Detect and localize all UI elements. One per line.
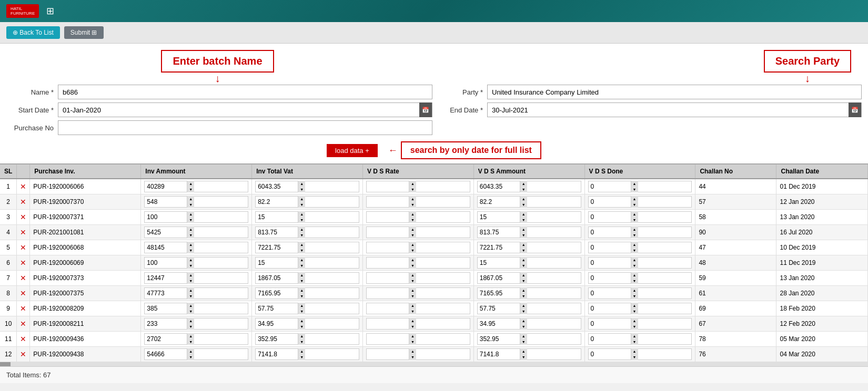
inv-total-vat-up[interactable]: ▲ xyxy=(298,196,305,202)
vds-rate-down[interactable]: ▼ xyxy=(409,217,416,223)
vds-amount-up[interactable]: ▲ xyxy=(520,257,527,263)
vds-amount-down[interactable]: ▼ xyxy=(520,248,527,253)
inv-amount-input[interactable] xyxy=(145,243,187,252)
delete-row-button[interactable]: ✕ xyxy=(20,182,26,191)
inv-total-vat-input[interactable] xyxy=(256,304,298,313)
vds-amount-input[interactable] xyxy=(478,243,520,252)
inv-total-vat-down[interactable]: ▼ xyxy=(298,354,305,360)
vds-done-down[interactable]: ▼ xyxy=(631,324,638,330)
vds-rate-down[interactable]: ▼ xyxy=(409,187,416,192)
vds-amount-down[interactable]: ▼ xyxy=(520,278,527,284)
vds-done-input[interactable] xyxy=(589,258,631,267)
inv-total-vat-down[interactable]: ▼ xyxy=(298,278,305,284)
inv-amount-input[interactable] xyxy=(145,228,187,237)
inv-total-vat-input[interactable] xyxy=(256,289,298,298)
vds-amount-up[interactable]: ▲ xyxy=(520,348,527,354)
vds-amount-down[interactable]: ▼ xyxy=(520,308,527,314)
vds-done-input[interactable] xyxy=(589,304,631,313)
inv-amount-down[interactable]: ▼ xyxy=(187,187,194,192)
end-date-input[interactable] xyxy=(488,104,849,116)
delete-row-button[interactable]: ✕ xyxy=(20,228,26,236)
vds-done-input[interactable] xyxy=(589,182,631,191)
inv-total-vat-up[interactable]: ▲ xyxy=(298,333,305,339)
vds-rate-input[interactable] xyxy=(367,304,409,313)
vds-done-input[interactable] xyxy=(589,319,631,328)
vds-amount-up[interactable]: ▲ xyxy=(520,181,527,187)
vds-rate-down[interactable]: ▼ xyxy=(409,324,416,330)
vds-done-input[interactable] xyxy=(589,197,631,207)
inv-total-vat-down[interactable]: ▼ xyxy=(298,202,305,208)
inv-total-vat-input[interactable] xyxy=(256,243,298,252)
inv-amount-down[interactable]: ▼ xyxy=(187,232,194,238)
vds-done-up[interactable]: ▲ xyxy=(631,318,638,324)
vds-rate-down[interactable]: ▼ xyxy=(409,339,416,345)
vds-done-up[interactable]: ▲ xyxy=(631,227,638,232)
inv-amount-input[interactable] xyxy=(145,349,187,359)
inv-total-vat-down[interactable]: ▼ xyxy=(298,324,305,330)
vds-done-input[interactable] xyxy=(589,349,631,359)
vds-rate-down[interactable]: ▼ xyxy=(409,354,416,360)
delete-row-button[interactable]: ✕ xyxy=(20,274,26,282)
vds-amount-up[interactable]: ▲ xyxy=(520,333,527,339)
purchase-no-input[interactable] xyxy=(58,120,432,135)
inv-amount-up[interactable]: ▲ xyxy=(187,287,194,293)
vds-amount-down[interactable]: ▼ xyxy=(520,324,527,330)
vds-rate-down[interactable]: ▼ xyxy=(409,278,416,284)
vds-rate-down[interactable]: ▼ xyxy=(409,293,416,299)
inv-total-vat-down[interactable]: ▼ xyxy=(298,217,305,223)
inv-total-vat-input[interactable] xyxy=(256,182,298,191)
vds-rate-down[interactable]: ▼ xyxy=(409,232,416,238)
inv-total-vat-input[interactable] xyxy=(256,197,298,207)
horizontal-scrollbar[interactable] xyxy=(0,362,868,366)
vds-rate-up[interactable]: ▲ xyxy=(409,227,416,232)
start-date-input[interactable] xyxy=(58,104,419,116)
vds-rate-input[interactable] xyxy=(367,349,409,359)
vds-rate-up[interactable]: ▲ xyxy=(409,303,416,308)
inv-total-vat-down[interactable]: ▼ xyxy=(298,248,305,253)
vds-rate-input[interactable] xyxy=(367,289,409,298)
vds-amount-input[interactable] xyxy=(478,228,520,237)
vds-rate-up[interactable]: ▲ xyxy=(409,348,416,354)
inv-total-vat-up[interactable]: ▲ xyxy=(298,272,305,278)
vds-rate-input[interactable] xyxy=(367,228,409,237)
vds-done-up[interactable]: ▲ xyxy=(631,242,638,248)
inv-total-vat-down[interactable]: ▼ xyxy=(298,187,305,192)
inv-amount-up[interactable]: ▲ xyxy=(187,257,194,263)
vds-done-up[interactable]: ▲ xyxy=(631,287,638,293)
vds-rate-up[interactable]: ▲ xyxy=(409,287,416,293)
inv-total-vat-down[interactable]: ▼ xyxy=(298,232,305,238)
inv-amount-input[interactable] xyxy=(145,334,187,344)
vds-rate-up[interactable]: ▲ xyxy=(409,181,416,187)
inv-total-vat-down[interactable]: ▼ xyxy=(298,308,305,314)
inv-amount-down[interactable]: ▼ xyxy=(187,354,194,360)
vds-amount-up[interactable]: ▲ xyxy=(520,272,527,278)
delete-row-button[interactable]: ✕ xyxy=(20,213,26,221)
inv-total-vat-down[interactable]: ▼ xyxy=(298,293,305,299)
vds-amount-up[interactable]: ▲ xyxy=(520,287,527,293)
vds-rate-input[interactable] xyxy=(367,212,409,222)
vds-amount-input[interactable] xyxy=(478,197,520,207)
vds-done-down[interactable]: ▼ xyxy=(631,217,638,223)
inv-total-vat-up[interactable]: ▲ xyxy=(298,257,305,263)
inv-amount-input[interactable] xyxy=(145,258,187,267)
vds-amount-up[interactable]: ▲ xyxy=(520,318,527,324)
vds-done-down[interactable]: ▼ xyxy=(631,308,638,314)
vds-amount-up[interactable]: ▲ xyxy=(520,242,527,248)
vds-amount-up[interactable]: ▲ xyxy=(520,211,527,217)
inv-amount-up[interactable]: ▲ xyxy=(187,272,194,278)
vds-done-input[interactable] xyxy=(589,273,631,283)
inv-total-vat-input[interactable] xyxy=(256,349,298,359)
inv-amount-input[interactable] xyxy=(145,319,187,328)
scroll-thumb[interactable] xyxy=(0,362,11,366)
inv-total-vat-up[interactable]: ▲ xyxy=(298,318,305,324)
vds-rate-up[interactable]: ▲ xyxy=(409,196,416,202)
vds-done-up[interactable]: ▲ xyxy=(631,196,638,202)
inv-amount-input[interactable] xyxy=(145,304,187,313)
vds-done-down[interactable]: ▼ xyxy=(631,263,638,269)
delete-row-button[interactable]: ✕ xyxy=(20,320,26,328)
inv-amount-down[interactable]: ▼ xyxy=(187,217,194,223)
vds-amount-down[interactable]: ▼ xyxy=(520,232,527,238)
inv-amount-input[interactable] xyxy=(145,273,187,283)
vds-rate-up[interactable]: ▲ xyxy=(409,272,416,278)
vds-done-up[interactable]: ▲ xyxy=(631,181,638,187)
